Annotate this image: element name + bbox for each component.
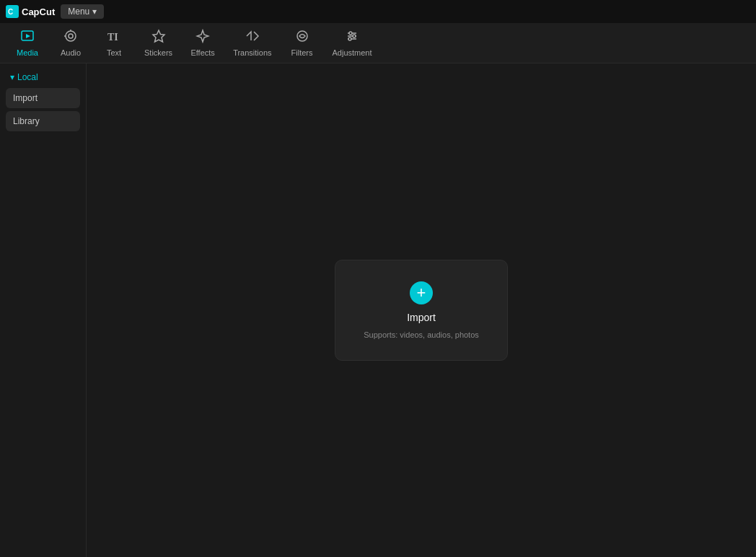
- effects-icon: [195, 29, 210, 45]
- effects-label: Effects: [190, 48, 214, 57]
- svg-point-16: [348, 38, 351, 40]
- import-plus-icon: +: [410, 281, 433, 304]
- svg-marker-9: [153, 30, 164, 42]
- svg-point-14: [349, 32, 352, 35]
- toolbar-item-filters[interactable]: Filters: [281, 25, 324, 61]
- svg-text:C: C: [8, 8, 13, 16]
- stickers-label: Stickers: [144, 48, 172, 57]
- svg-point-15: [353, 35, 356, 38]
- toolbar: MediaAudioTITextStickersEffectsTransitio…: [0, 23, 756, 63]
- import-label: Import: [407, 312, 436, 323]
- sidebar-section-label: Local: [17, 72, 38, 82]
- svg-point-5: [69, 34, 73, 38]
- transitions-label: Transitions: [233, 48, 271, 57]
- menu-label: Menu: [68, 6, 89, 17]
- sidebar-section-local: ▾ Local: [6, 69, 80, 85]
- text-icon: TI: [107, 29, 121, 45]
- menu-button[interactable]: Menu ▾: [61, 4, 104, 19]
- svg-marker-3: [26, 34, 30, 38]
- sidebar-section-arrow: ▾: [10, 72, 14, 82]
- filters-icon: [295, 29, 309, 45]
- import-card[interactable]: + Import Supports: videos, audios, photo…: [335, 260, 508, 361]
- content-area: + Import Supports: videos, audios, photo…: [87, 63, 756, 557]
- main-area: ▾ Local ImportLibrary + Import Supports:…: [0, 63, 756, 557]
- toolbar-item-stickers[interactable]: Stickers: [136, 25, 181, 61]
- menu-chevron-icon: ▾: [92, 6, 97, 17]
- adjustment-icon: [345, 29, 359, 45]
- toolbar-item-audio[interactable]: Audio: [49, 25, 92, 61]
- app-logo: C CapCut: [6, 5, 55, 18]
- import-sublabel: Supports: videos, audios, photos: [364, 330, 479, 339]
- media-label: Media: [17, 48, 38, 57]
- sidebar-btn-import[interactable]: Import: [6, 88, 80, 108]
- audio-label: Audio: [61, 48, 81, 57]
- app-name: CapCut: [22, 6, 55, 17]
- toolbar-item-media[interactable]: Media: [6, 25, 49, 61]
- titlebar: C CapCut Menu ▾: [0, 0, 756, 23]
- sidebar: ▾ Local ImportLibrary: [0, 63, 87, 557]
- audio-icon: [63, 29, 78, 45]
- transitions-icon: [245, 29, 260, 45]
- text-label: Text: [107, 48, 121, 57]
- toolbar-item-text[interactable]: TIText: [92, 25, 136, 61]
- toolbar-item-transitions[interactable]: Transitions: [224, 25, 280, 61]
- stickers-icon: [151, 29, 166, 45]
- logo-icon: C: [6, 5, 19, 18]
- toolbar-item-effects[interactable]: Effects: [181, 25, 224, 61]
- toolbar-item-adjustment[interactable]: Adjustment: [324, 25, 381, 61]
- media-icon: [20, 29, 35, 45]
- svg-point-4: [66, 31, 76, 41]
- sidebar-btn-library[interactable]: Library: [6, 111, 80, 131]
- svg-text:TI: TI: [107, 32, 118, 43]
- adjustment-label: Adjustment: [333, 48, 372, 57]
- filters-label: Filters: [291, 48, 313, 57]
